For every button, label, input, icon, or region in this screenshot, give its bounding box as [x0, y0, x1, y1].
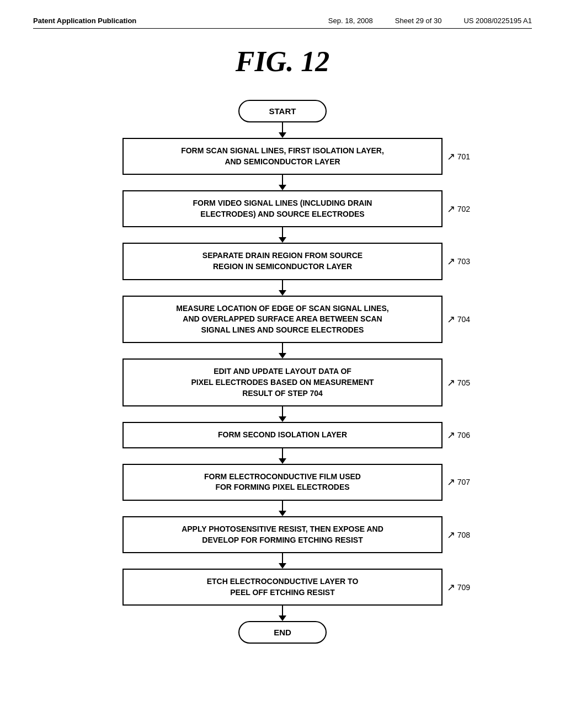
curve-arrow-705: ↗ [447, 377, 455, 389]
curve-arrow-707: ↗ [447, 476, 455, 488]
step-703-box: SEPARATE DRAIN REGION FROM SOURCEREGION … [122, 243, 443, 280]
step-707-label: ↗ 707 [447, 476, 470, 488]
arrow-0 [279, 122, 286, 138]
flowchart: START FORM SCAN SIGNAL LINES, FIRST ISOL… [33, 100, 532, 644]
step-row-705: EDIT AND UPDATE LAYOUT DATA OFPIXEL ELEC… [89, 358, 476, 406]
step-701-id: 701 [457, 152, 470, 161]
step-705-box: EDIT AND UPDATE LAYOUT DATA OFPIXEL ELEC… [122, 358, 443, 406]
curve-arrow-704: ↗ [447, 313, 455, 325]
step-702-id: 702 [457, 205, 470, 213]
page: Patent Application Publication Sep. 18, … [0, 0, 565, 728]
step-702-label: ↗ 702 [447, 203, 470, 215]
header-patent: US 2008/0225195 A1 [463, 17, 532, 25]
step-709-id: 709 [457, 583, 470, 592]
step-708-box: APPLY PHOTOSENSITIVE RESIST, THEN EXPOSE… [122, 516, 443, 553]
step-row-709: ETCH ELECTROCONDUCTIVE LAYER TOPEEL OFF … [89, 569, 476, 606]
step-703-label: ↗ 703 [447, 255, 470, 267]
header-date: Sep. 18, 2008 [328, 17, 373, 25]
step-row-704: MEASURE LOCATION OF EDGE OF SCAN SIGNAL … [89, 296, 476, 344]
end-node: END [238, 621, 327, 644]
arrow-4 [279, 343, 286, 358]
step-704-id: 704 [457, 315, 470, 324]
step-row-707: FORM ELECTROCONDUCTIVE FILM USEDFOR FORM… [89, 464, 476, 501]
step-707-box: FORM ELECTROCONDUCTIVE FILM USEDFOR FORM… [122, 464, 443, 501]
step-703-id: 703 [457, 257, 470, 266]
step-row-702: FORM VIDEO SIGNAL LINES (INCLUDING DRAIN… [89, 190, 476, 227]
arrow-6 [279, 448, 286, 464]
header-left-label: Patent Application Publication [33, 17, 136, 25]
curve-arrow-708: ↗ [447, 529, 455, 541]
step-701-box: FORM SCAN SIGNAL LINES, FIRST ISOLATION … [122, 138, 443, 175]
step-706-label: ↗ 706 [447, 429, 470, 441]
step-708-label: ↗ 708 [447, 529, 470, 541]
step-706-id: 706 [457, 431, 470, 440]
start-node: START [238, 100, 327, 122]
step-709-label: ↗ 709 [447, 581, 470, 593]
curve-arrow-701: ↗ [447, 151, 455, 163]
step-702-box: FORM VIDEO SIGNAL LINES (INCLUDING DRAIN… [122, 190, 443, 227]
curve-arrow-702: ↗ [447, 203, 455, 215]
step-708-id: 708 [457, 531, 470, 539]
arrow-9 [279, 606, 286, 621]
step-row-708: APPLY PHOTOSENSITIVE RESIST, THEN EXPOSE… [89, 516, 476, 553]
arrow-7 [279, 501, 286, 516]
step-701-label: ↗ 701 [447, 151, 470, 163]
step-705-id: 705 [457, 378, 470, 387]
step-row-703: SEPARATE DRAIN REGION FROM SOURCEREGION … [89, 243, 476, 280]
arrow-2 [279, 227, 286, 243]
step-row-706: FORM SECOND ISOLATION LAYER ↗ 706 [89, 422, 476, 448]
curve-arrow-709: ↗ [447, 581, 455, 593]
page-header: Patent Application Publication Sep. 18, … [33, 17, 532, 29]
header-right-info: Sep. 18, 2008 Sheet 29 of 30 US 2008/022… [328, 17, 532, 25]
step-709-box: ETCH ELECTROCONDUCTIVE LAYER TOPEEL OFF … [122, 569, 443, 606]
arrow-8 [279, 553, 286, 569]
figure-title: FIG. 12 [33, 45, 532, 78]
curve-arrow-706: ↗ [447, 429, 455, 441]
step-705-label: ↗ 705 [447, 377, 470, 389]
header-sheet: Sheet 29 of 30 [395, 17, 442, 25]
step-707-id: 707 [457, 478, 470, 486]
step-704-box: MEASURE LOCATION OF EDGE OF SCAN SIGNAL … [122, 296, 443, 344]
arrow-5 [279, 406, 286, 422]
step-704-label: ↗ 704 [447, 313, 470, 325]
step-706-box: FORM SECOND ISOLATION LAYER [122, 422, 443, 448]
curve-arrow-703: ↗ [447, 255, 455, 267]
arrow-3 [279, 280, 286, 296]
arrow-1 [279, 175, 286, 190]
step-row-701: FORM SCAN SIGNAL LINES, FIRST ISOLATION … [89, 138, 476, 175]
